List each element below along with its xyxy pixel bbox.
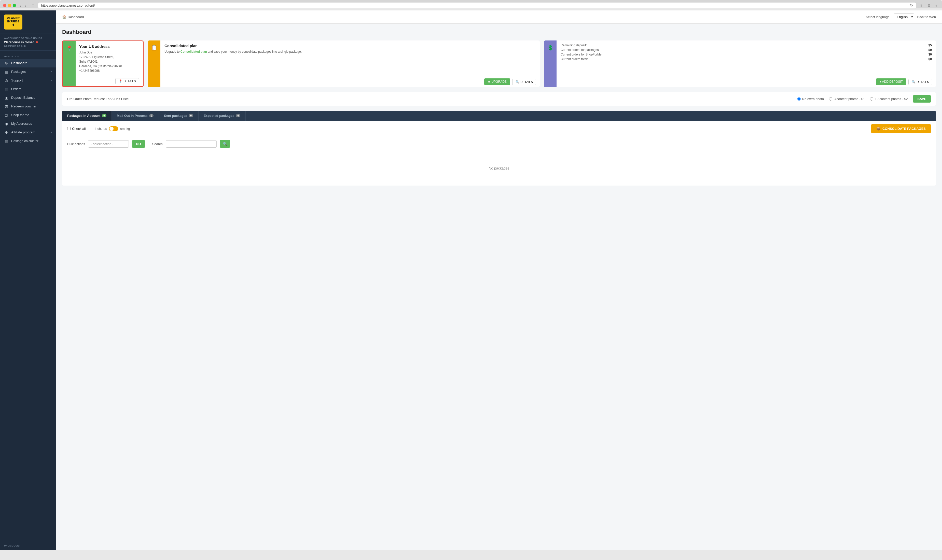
address-card-title: Your US address: [79, 44, 139, 49]
sidebar-item-affiliate[interactable]: ⚙ Affiliate program ›: [0, 128, 56, 137]
warehouse-status-dot: [36, 41, 38, 43]
sidebar-item-orders[interactable]: ▤ Orders: [0, 85, 56, 94]
myaddresses-icon: ◉: [4, 122, 9, 126]
search-input[interactable]: [166, 140, 217, 148]
warehouse-section: WAREHOUSE OPENING HOURS Warehouse is clo…: [0, 34, 56, 51]
address-details-button[interactable]: 📍 DETAILS: [115, 78, 139, 84]
window-toggle-button[interactable]: ⊡: [30, 3, 36, 8]
deposit-details-button[interactable]: 🔍 DETAILS: [908, 79, 932, 85]
current-shopforme-value: $0: [928, 53, 932, 56]
radio-no-photo[interactable]: No extra photo: [797, 97, 824, 101]
packages-section: Packages in Account 0 Mail Out In Proces…: [62, 111, 936, 186]
consolidated-details-button[interactable]: 🔍 DETAILS: [512, 79, 536, 85]
home-icon: 🏠: [62, 15, 66, 19]
tab-sent-label: Sent packages: [164, 114, 187, 118]
add-deposit-button[interactable]: + ADD DEPOSIT: [876, 78, 907, 85]
address-bar[interactable]: https://app.planetexpress.com/client/ ↻: [38, 3, 916, 8]
sidebar-item-support-label: Support: [11, 78, 23, 82]
warehouse-status: Warehouse is closed: [4, 40, 52, 44]
tab-mail-out[interactable]: Mail Out In Process 0: [112, 111, 159, 121]
no-packages-message: No packages: [62, 151, 936, 186]
address-card-footer: 📍 DETAILS: [75, 76, 143, 86]
address-card: 📍 Your US address John Doe 17224 S. Figu…: [62, 40, 143, 87]
traffic-light-yellow[interactable]: [8, 4, 11, 7]
tab-expected-badge: 0: [236, 114, 240, 117]
nav-label: NAVIGATION: [0, 53, 56, 59]
tabs-bar: Packages in Account 0 Mail Out In Proces…: [62, 111, 936, 121]
back-button[interactable]: ‹: [18, 3, 22, 8]
orders-icon: ▤: [4, 87, 9, 91]
deposit-card-footer: + ADD DEPOSIT 🔍 DETAILS: [557, 76, 936, 87]
bulk-actions-row: Bulk actions - select action - DO Search…: [62, 137, 936, 151]
consolidated-card-body: Consolidated plan Upgrade to Consolidate…: [160, 40, 540, 76]
deposit-details-icon: 🔍: [912, 80, 916, 84]
reload-icon[interactable]: ↻: [910, 3, 913, 8]
logo-line2: EXPRESS: [7, 20, 19, 23]
sidebar-item-affiliate-label: Affiliate program: [11, 130, 35, 134]
details-pin-icon: 📍: [119, 79, 122, 83]
radio-3-photos[interactable]: 3 content photos - $1: [829, 97, 865, 101]
main-content: 🏠 Dashboard Select language: English Bac…: [56, 11, 942, 550]
consolidated-card-footer: ★ UPGRADE 🔍 DETAILS: [160, 76, 540, 87]
search-button[interactable]: 🔍: [220, 140, 230, 148]
dashboard-icon: ⊙: [4, 61, 9, 65]
remaining-deposit-value: $5: [928, 43, 932, 47]
warehouse-time: Opening in 6h 41m: [4, 45, 52, 47]
nav-section: NAVIGATION ⊙ Dashboard ▦ Packages › ◎ Su…: [0, 51, 56, 148]
sidebar-item-deposit-label: Deposit Balance: [11, 96, 35, 100]
back-to-web-link[interactable]: Back to Web: [917, 15, 936, 19]
address-card-street: 17224 S. Figueroa Street,: [79, 55, 139, 59]
logo-line1: PLANET: [7, 17, 20, 20]
new-tab-button[interactable]: +: [934, 3, 939, 8]
location-icon: 📍: [66, 45, 72, 51]
tab-expected[interactable]: Expected packages 0: [199, 111, 246, 121]
current-total-label: Current orders total:: [560, 57, 588, 61]
sidebar-item-packages[interactable]: ▦ Packages ›: [0, 68, 56, 76]
tab-mail-out-badge: 0: [149, 114, 154, 117]
forward-button[interactable]: ›: [23, 3, 28, 8]
consolidate-label: CONSOLIDATE PACKAGES: [882, 127, 926, 131]
sidebar-item-myaddresses[interactable]: ◉ My Addresses: [0, 119, 56, 128]
radio-group: No extra photo 3 content photos - $1 10 …: [797, 95, 931, 103]
do-button[interactable]: DO: [132, 140, 145, 148]
tab-sent[interactable]: Sent packages 0: [159, 111, 199, 121]
current-packages-row: Current orders for packages: $0: [560, 48, 932, 52]
sidebar-item-voucher[interactable]: ▧ Redeem voucher: [0, 102, 56, 111]
consolidate-icon: 📦: [876, 127, 880, 131]
sidebar-item-postage[interactable]: ▦ Postage calculator: [0, 137, 56, 145]
check-all-label[interactable]: Check all: [67, 127, 86, 131]
sidebar-item-deposit[interactable]: ▣ Deposit Balance: [0, 94, 56, 102]
radio-3-photos-input[interactable]: [829, 97, 832, 100]
radio-10-photos[interactable]: 10 content photos - $2: [870, 97, 908, 101]
check-all-checkbox[interactable]: [67, 127, 71, 130]
traffic-light-green[interactable]: [13, 4, 16, 7]
address-card-accent: 📍: [63, 41, 75, 86]
sidebar-item-dashboard[interactable]: ⊙ Dashboard: [0, 59, 56, 68]
unit-toggle-track[interactable]: [109, 126, 118, 131]
unit-cm-label: cm, kg: [120, 127, 130, 131]
save-photo-button[interactable]: SAVE: [913, 95, 931, 103]
deposit-card: 💲 Remaining deposit: $5 Current orders f…: [544, 40, 936, 87]
radio-10-photos-label: 10 content photos - $2: [875, 97, 908, 101]
packages-icon: ▦: [4, 70, 9, 74]
share-button[interactable]: ⬆: [918, 3, 924, 8]
warehouse-status-text: Warehouse is closed: [4, 40, 34, 44]
dollar-icon: 💲: [547, 45, 554, 51]
radio-10-photos-input[interactable]: [870, 97, 873, 100]
consolidated-plan-link[interactable]: Consolidated plan: [180, 50, 207, 54]
url-text: https://app.planetexpress.com/client/: [41, 3, 95, 8]
radio-no-photo-input[interactable]: [797, 97, 801, 100]
consolidated-text-after: and save your money by consolidate packa…: [207, 50, 302, 54]
sidebar-item-support[interactable]: ◎ Support ›: [0, 76, 56, 85]
photo-request-bar: Pre-Order Photo Request For A Half Price…: [62, 92, 936, 106]
support-icon: ◎: [4, 78, 9, 83]
bulk-actions-select[interactable]: - select action -: [88, 140, 129, 148]
current-total-value: $0: [928, 57, 932, 61]
consolidate-packages-button[interactable]: 📦 CONSOLIDATE PACKAGES: [871, 124, 931, 133]
upgrade-button[interactable]: ★ UPGRADE: [484, 78, 510, 85]
sidebar-item-shopforme[interactable]: ◻ Shop for me: [0, 111, 56, 119]
traffic-light-red[interactable]: [3, 4, 6, 7]
language-select[interactable]: English: [894, 14, 914, 20]
duplicate-button[interactable]: ⧉: [926, 3, 932, 8]
tab-packages-in-account[interactable]: Packages in Account 0: [62, 111, 112, 121]
